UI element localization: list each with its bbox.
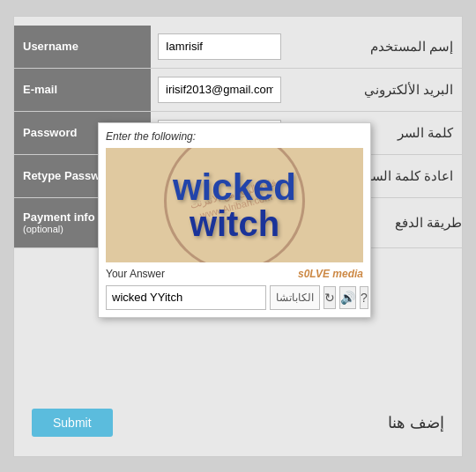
username-row: Username إسم المستخدم (14, 26, 462, 69)
solve-media-label: s0LVE media (298, 268, 363, 280)
captcha-dialog: Enter the following: قلعة الربح من الانت… (98, 122, 371, 318)
email-label: E-mail (14, 69, 151, 111)
payment-label-text: Payment info (23, 210, 95, 224)
username-label: Username (14, 26, 151, 68)
add-here-text: إضف هنا (388, 413, 444, 432)
username-input[interactable] (158, 33, 281, 60)
captcha-refresh-button[interactable]: ↻ (324, 286, 336, 309)
username-arabic: إسم المستخدم (325, 33, 462, 60)
email-input-col (151, 71, 325, 108)
registration-form: Username إسم المستخدم E-mail البريد الأل… (13, 16, 463, 457)
email-input[interactable] (158, 77, 281, 103)
bottom-row: Submit إضف هنا (14, 398, 462, 447)
username-input-col (151, 28, 325, 65)
email-row: E-mail البريد الألكتروني (14, 69, 462, 112)
captcha-answer-input[interactable] (106, 285, 266, 310)
your-answer-label: Your Answer (106, 268, 165, 280)
captcha-audio-button[interactable]: 🔊 (339, 286, 356, 309)
email-arabic: البريد الألكتروني (325, 77, 462, 103)
captcha-text: wicked witch (173, 169, 296, 241)
submit-button[interactable]: Submit (32, 409, 113, 437)
captcha-instruction: Enter the following: (106, 130, 363, 143)
captcha-arabic-hint: الكاباتشا (270, 285, 320, 310)
captcha-footer: Your Answer s0LVE media (106, 268, 363, 280)
captcha-image: قلعة الربح من الانترنت www.Alribah.com w… (106, 148, 363, 262)
captcha-input-row: الكاباتشا ↻ 🔊 ? (106, 285, 363, 310)
payment-sublabel: (optional) (23, 224, 95, 234)
captcha-help-button[interactable]: ? (360, 286, 368, 309)
